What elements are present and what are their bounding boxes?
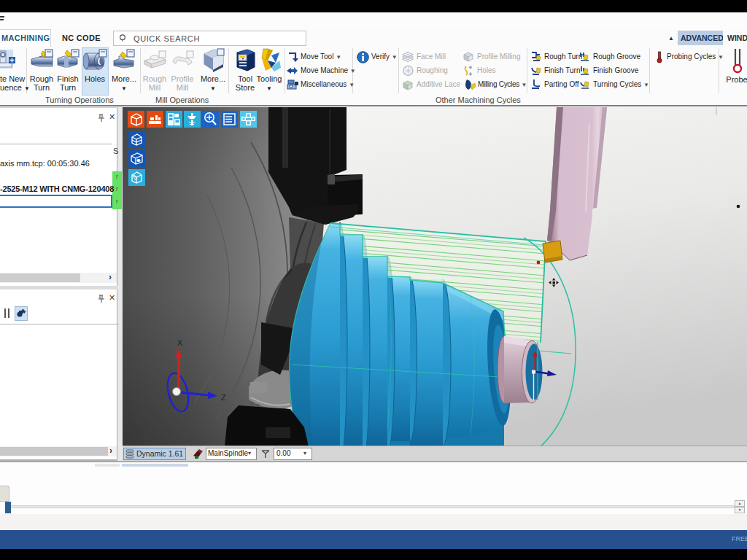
svg-text:Z: Z: [221, 393, 226, 402]
svg-text:X: X: [177, 338, 183, 347]
svg-text:A: A: [22, 310, 25, 314]
